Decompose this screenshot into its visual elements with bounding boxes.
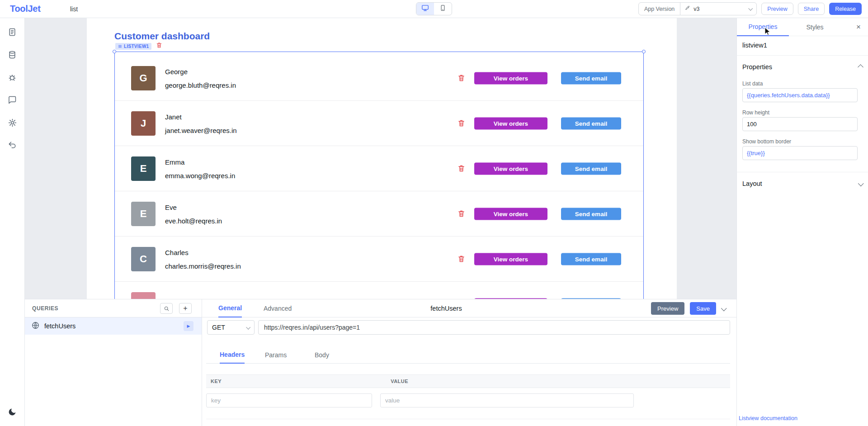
run-query-button[interactable]: ▶: [184, 321, 193, 331]
close-icon[interactable]: ×: [854, 22, 863, 32]
bottom-border-input[interactable]: [742, 146, 858, 160]
app-name[interactable]: list: [70, 5, 78, 13]
settings-icon[interactable]: [7, 118, 17, 128]
delete-row-icon[interactable]: [456, 73, 466, 83]
dark-mode-toggle[interactable]: [7, 408, 17, 418]
user-info: Charles charles.morris@reqres.in: [165, 248, 241, 270]
request-row: GET: [207, 320, 730, 335]
tooljet-logo[interactable]: ToolJet: [10, 4, 41, 14]
send-email-button[interactable]: Send email: [561, 253, 621, 265]
selected-widget-name: listview1: [742, 42, 767, 49]
tab-headers[interactable]: Headers: [220, 346, 245, 364]
properties-section-header[interactable]: Properties: [742, 63, 863, 71]
preview-button[interactable]: Preview: [761, 3, 793, 15]
delete-row-icon[interactable]: [456, 254, 466, 264]
send-email-button[interactable]: Send email: [561, 117, 621, 129]
header-key-input[interactable]: [206, 393, 372, 407]
query-actions: Preview Save: [651, 302, 726, 315]
list-data-label: List data: [742, 80, 763, 87]
listview-widget[interactable]: G George george.bluth@reqres.in View ord…: [114, 52, 644, 299]
list-item: G George george.bluth@reqres.in View ord…: [115, 56, 643, 101]
top-header: ToolJet list App Version v: [0, 0, 868, 18]
desktop-toggle-button[interactable]: [416, 3, 434, 15]
query-panel: QUERIES + fetchUsers ▶ General: [25, 299, 736, 426]
send-email-button[interactable]: Send email: [561, 72, 621, 84]
page-title: Customer dashboard: [114, 31, 210, 42]
moon-icon: [8, 407, 17, 418]
send-email-button[interactable]: Send email: [561, 208, 621, 220]
url-input[interactable]: [258, 320, 730, 335]
play-icon: ▶: [187, 324, 190, 328]
kv-input-row: [206, 393, 730, 407]
inspector-tabs: Properties Styles ×: [737, 18, 868, 36]
tab-body[interactable]: Body: [315, 346, 329, 364]
kv-table-header: KEY VALUE: [206, 374, 730, 388]
query-save-button[interactable]: Save: [690, 302, 716, 315]
inspector-panel: Properties Styles × listview1 Properties…: [736, 18, 868, 426]
resize-handle-top-right[interactable]: [642, 50, 646, 53]
delete-row-icon[interactable]: [456, 118, 466, 128]
view-orders-button[interactable]: View orders: [474, 208, 547, 220]
tab-styles[interactable]: Styles: [789, 18, 841, 36]
collapse-panel-icon[interactable]: [721, 305, 727, 311]
resize-handle-top-left[interactable]: [113, 50, 116, 53]
tab-params[interactable]: Params: [265, 346, 287, 364]
row-height-input[interactable]: [742, 117, 858, 131]
user-info: Eve eve.holt@reqres.in: [165, 203, 222, 224]
release-button[interactable]: Release: [829, 3, 862, 15]
tab-advanced[interactable]: Advanced: [264, 299, 292, 317]
debugger-icon[interactable]: [7, 72, 17, 82]
bottom-border-label: Show bottom border: [742, 138, 791, 145]
pages-icon[interactable]: [7, 27, 17, 37]
listview-icon: [118, 44, 122, 48]
chevron-up-icon: [858, 64, 863, 70]
user-email: emma.wong@reqres.in: [165, 171, 235, 179]
add-query-button[interactable]: +: [179, 303, 192, 314]
listview-documentation-link[interactable]: Listview documentation: [739, 415, 797, 421]
key-column-header: KEY: [211, 379, 222, 384]
avatar: J: [131, 111, 156, 136]
undo-icon[interactable]: [7, 140, 17, 150]
list-data-input[interactable]: [742, 88, 858, 102]
search-queries-button[interactable]: [160, 303, 173, 314]
header-value-input[interactable]: [380, 393, 634, 407]
avatar: E: [131, 202, 156, 226]
header-actions: App Version v3 Preview Share Release: [638, 2, 862, 15]
app-version-label: App Version: [639, 3, 680, 15]
version-select[interactable]: v3: [680, 3, 756, 15]
delete-widget-icon[interactable]: [156, 42, 162, 50]
query-list-pane: QUERIES + fetchUsers ▶: [25, 299, 202, 426]
query-editor-tabs: General Advanced fetchUsers Preview Save: [202, 299, 736, 317]
user-name: Emma: [165, 158, 235, 166]
delete-row-icon[interactable]: [456, 164, 466, 174]
chevron-down-icon: [749, 6, 753, 11]
device-layout-toggle: [416, 2, 452, 15]
delete-row-icon[interactable]: [456, 209, 466, 219]
tab-properties[interactable]: Properties: [737, 18, 789, 36]
mobile-toggle-button[interactable]: [434, 3, 452, 15]
tooljet-app-builder: ToolJet list App Version v: [0, 0, 868, 426]
tab-general[interactable]: General: [218, 299, 242, 317]
view-orders-button[interactable]: View orders: [474, 162, 547, 175]
list-item: J Janet janet.weaver@reqres.in View orde…: [115, 101, 643, 146]
view-orders-button[interactable]: View orders: [474, 117, 547, 129]
view-orders-button[interactable]: View orders: [474, 253, 547, 265]
send-email-button[interactable]: Send email: [561, 162, 621, 175]
share-button[interactable]: Share: [798, 3, 825, 15]
left-sidebar: [0, 18, 25, 426]
user-name: Charles: [165, 248, 241, 256]
comments-icon[interactable]: [7, 95, 17, 105]
database-icon[interactable]: [7, 50, 17, 60]
view-orders-button[interactable]: View orders: [474, 72, 547, 84]
chevron-down-icon: [858, 180, 864, 186]
monitor-icon: [421, 4, 429, 14]
list-item: C Charles charles.morris@reqres.in View …: [115, 237, 643, 282]
plus-icon: +: [183, 305, 187, 312]
query-list-header: QUERIES +: [25, 299, 202, 317]
search-icon: [164, 306, 170, 312]
query-list-item[interactable]: fetchUsers ▶: [25, 317, 202, 335]
layout-section-header[interactable]: Layout: [742, 180, 863, 187]
query-preview-button[interactable]: Preview: [651, 302, 684, 315]
method-select[interactable]: GET: [207, 320, 255, 335]
avatar: T: [131, 292, 156, 299]
